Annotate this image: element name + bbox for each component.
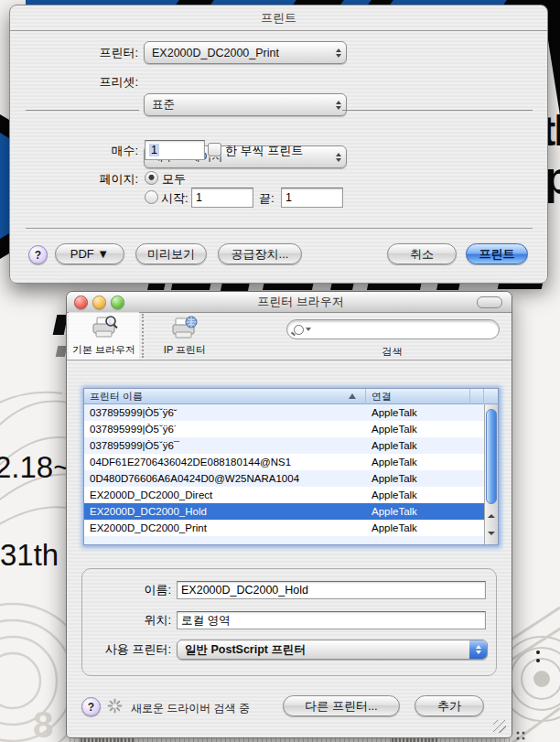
name-input[interactable]: EX2000D_DC2000_Hold bbox=[177, 581, 486, 599]
print-using-popup[interactable]: 일반 PostScript 프린터 bbox=[177, 640, 488, 660]
print-button[interactable]: 프린트 bbox=[466, 243, 528, 264]
divider-line bbox=[342, 110, 533, 111]
browser-toolbar: 기본 브라우저 IP 프린터 검색 bbox=[67, 312, 512, 360]
close-button[interactable] bbox=[74, 296, 88, 309]
preset-popup-value: 표준 bbox=[152, 97, 331, 113]
browser-window-title: 프린터 브라우저 bbox=[124, 294, 477, 310]
table-row[interactable]: 037895999|Ò5ˇÿ6˙AppleTalk bbox=[84, 421, 484, 437]
scroll-down-button[interactable] bbox=[485, 524, 498, 542]
table-row[interactable]: EX2000D_DC2000_HoldAppleTalk bbox=[84, 503, 484, 520]
name-label: 이름: bbox=[82, 582, 171, 598]
printer-name-cell: 037895999|Ò5ˇÿ6˙ bbox=[84, 424, 366, 435]
location-input[interactable]: 로컬 영역 bbox=[177, 611, 486, 629]
tab-default-browser[interactable]: 기본 브라우저 bbox=[69, 312, 139, 360]
add-button[interactable]: 추가 bbox=[415, 695, 484, 716]
column-header-connection-label: 연결 bbox=[372, 390, 392, 403]
pages-from-radio[interactable] bbox=[145, 190, 158, 204]
table-row[interactable]: 0D480D76606A6A0424D0@W25NARA1004AppleTal… bbox=[84, 470, 484, 487]
connection-cell: AppleTalk bbox=[366, 489, 470, 500]
divider-line bbox=[26, 110, 139, 111]
printer-name-cell: 037895999|Ò5ˇÿ6¯ bbox=[84, 440, 366, 451]
pages-from-input[interactable]: 1 bbox=[191, 188, 253, 208]
printer-search-icon bbox=[90, 316, 119, 341]
cancel-button[interactable]: 취소 bbox=[387, 243, 457, 264]
connection-cell: AppleTalk bbox=[366, 424, 470, 435]
table-row[interactable]: EX2000D_DC2000_PrintAppleTalk bbox=[84, 520, 484, 536]
copies-input[interactable]: 1 bbox=[145, 140, 205, 160]
printer-table: 프린터 이름 연결 037895999|Ò5ˇÿ6˘AppleTalk03789… bbox=[83, 388, 499, 545]
scroll-up-button[interactable] bbox=[485, 507, 498, 524]
desktop: th p 2.18~ 31th 8 프린트 프린터: EX2000D_DC200… bbox=[0, 0, 560, 742]
printer-name-cell: 037895999|Ò5ˇÿ6˘ bbox=[84, 407, 366, 418]
table-row[interactable]: 037895999|Ò5ˇÿ6˘AppleTalk bbox=[84, 404, 484, 421]
search-label: 검색 bbox=[286, 345, 498, 359]
chevron-down-icon bbox=[306, 328, 311, 331]
sort-ascending-icon bbox=[349, 393, 356, 399]
name-value: EX2000D_DC2000_Hold bbox=[181, 584, 308, 597]
pages-label: 페이지: bbox=[47, 171, 138, 188]
column-header-printer-name[interactable]: 프린터 이름 bbox=[84, 389, 366, 404]
stepper-arrows-icon bbox=[331, 42, 346, 63]
name-row: 이름: EX2000D_DC2000_Hold bbox=[82, 580, 496, 600]
search-input[interactable] bbox=[315, 322, 499, 337]
collate-checkbox[interactable] bbox=[208, 143, 221, 156]
resize-grip[interactable] bbox=[493, 720, 506, 733]
desktop-text-218: 2.18~ bbox=[0, 450, 71, 485]
table-row[interactable]: EX2000D_DC2000_DirectAppleTalk bbox=[84, 487, 484, 503]
zoom-button[interactable] bbox=[111, 296, 124, 309]
desktop-text-31th: 31th bbox=[0, 538, 59, 573]
search-field[interactable] bbox=[286, 319, 500, 339]
printer-popup-value: EX2000D_DC2000_Print bbox=[152, 47, 331, 59]
scrollbar-thumb[interactable] bbox=[486, 409, 497, 504]
more-printers-button[interactable]: 다른 프린터... bbox=[283, 695, 400, 716]
pages-all-radio[interactable] bbox=[145, 171, 158, 185]
pages-to-input[interactable]: 1 bbox=[281, 188, 343, 208]
print-using-label: 사용 프린터: bbox=[82, 641, 171, 658]
printer-list-body: 037895999|Ò5ˇÿ6˘AppleTalk037895999|Ò5ˇÿ6… bbox=[84, 404, 484, 544]
table-row[interactable]: 037895999|Ò5ˇÿ6¯AppleTalk bbox=[84, 437, 484, 454]
help-label: ? bbox=[88, 701, 94, 714]
location-row: 위치: 로컬 영역 bbox=[82, 610, 496, 630]
printer-popup[interactable]: EX2000D_DC2000_Print bbox=[144, 41, 347, 64]
stepper-arrows-icon bbox=[469, 640, 487, 659]
stepper-arrows-icon bbox=[331, 94, 346, 115]
more-printers-label: 다른 프린터... bbox=[305, 698, 377, 715]
printer-name-cell: 04DF61E2706436042DE088180144@NS1 bbox=[84, 457, 366, 468]
progress-spinner-icon bbox=[107, 698, 123, 714]
column-header-blank bbox=[470, 389, 484, 404]
preset-popup[interactable]: 표준 bbox=[144, 93, 347, 116]
location-value: 로컬 영역 bbox=[181, 613, 230, 629]
help-button[interactable]: ? bbox=[28, 245, 48, 264]
table-row[interactable]: 04DF61E2706436042DE088180144@NS1AppleTal… bbox=[84, 454, 484, 470]
tab-ip-printer[interactable]: IP 프린터 bbox=[149, 312, 221, 360]
tab-default-browser-label: 기본 브라우저 bbox=[72, 343, 135, 357]
connection-cell: AppleTalk bbox=[366, 457, 470, 468]
location-label: 위치: bbox=[82, 612, 171, 629]
minimize-button[interactable] bbox=[92, 296, 106, 309]
pages-to-value: 1 bbox=[285, 191, 292, 204]
supplies-label: 공급장치... bbox=[232, 246, 289, 263]
vertical-scrollbar[interactable] bbox=[484, 404, 498, 544]
connection-cell: AppleTalk bbox=[366, 440, 470, 451]
supplies-button[interactable]: 공급장치... bbox=[218, 243, 302, 264]
column-header-connection[interactable]: 연결 bbox=[366, 389, 470, 404]
preview-label: 미리보기 bbox=[147, 246, 195, 263]
help-label: ? bbox=[35, 249, 41, 262]
print-using-value: 일반 PostScript 프린터 bbox=[185, 642, 466, 658]
copies-value: 1 bbox=[149, 144, 159, 156]
connection-cell: AppleTalk bbox=[366, 407, 470, 418]
printer-table-header: 프린터 이름 연결 bbox=[84, 389, 498, 404]
help-button[interactable]: ? bbox=[81, 697, 101, 716]
printer-name-cell: EX2000D_DC2000_Hold bbox=[84, 506, 366, 517]
preview-button[interactable]: 미리보기 bbox=[135, 243, 207, 264]
browser-titlebar[interactable]: 프린터 브라우저 bbox=[67, 292, 512, 313]
toolbar-collapse-button[interactable] bbox=[477, 296, 502, 308]
browser-status-row: ? 새로운 드라이버 검색 중 다른 프린터... 추가 bbox=[67, 694, 512, 722]
status-text: 새로운 드라이버 검색 중 bbox=[131, 701, 250, 716]
pdf-menu-button[interactable]: PDF ▼ bbox=[55, 243, 124, 264]
pdf-menu-label: PDF ▼ bbox=[70, 247, 109, 261]
printer-detail-groupbox: 이름: EX2000D_DC2000_Hold 위치: 로컬 영역 사용 프린터… bbox=[81, 568, 497, 676]
collate-label: 한 부씩 프린트 bbox=[225, 143, 344, 159]
connection-cell: AppleTalk bbox=[366, 522, 470, 533]
print-using-row: 사용 프린터: 일반 PostScript 프린터 bbox=[82, 640, 496, 660]
